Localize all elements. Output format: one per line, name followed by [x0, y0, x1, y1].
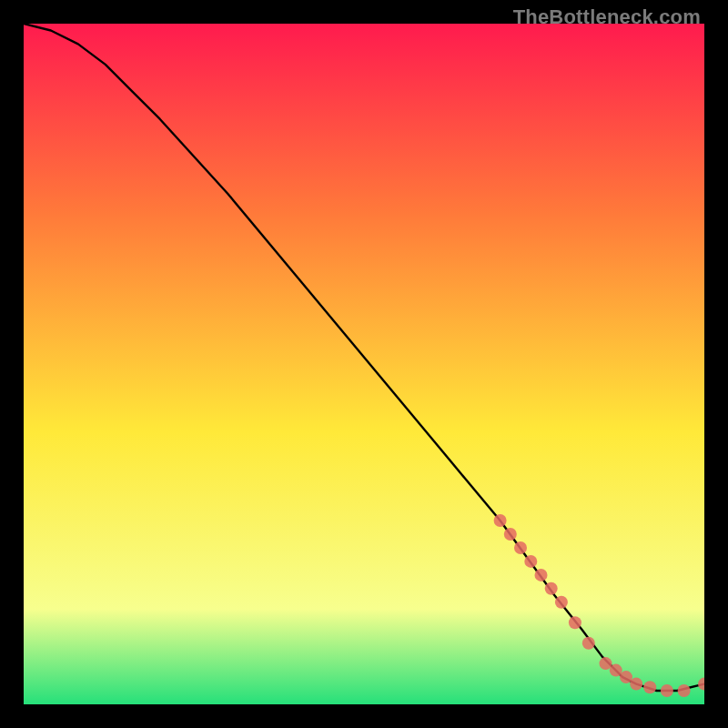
- data-marker: [643, 681, 656, 693]
- data-marker: [630, 678, 642, 691]
- data-marker: [494, 514, 507, 527]
- data-marker: [514, 541, 527, 554]
- data-marker: [661, 684, 673, 697]
- data-marker: [555, 596, 568, 609]
- data-marker: [504, 528, 517, 541]
- data-marker: [545, 582, 558, 595]
- chart-frame: TheBottleneck.com: [0, 0, 728, 728]
- data-marker: [535, 569, 548, 581]
- data-marker: [582, 637, 595, 650]
- chart-canvas: [24, 24, 704, 704]
- data-marker: [678, 684, 691, 697]
- data-marker: [569, 616, 581, 629]
- gradient-background: [24, 24, 704, 704]
- data-marker: [524, 555, 537, 568]
